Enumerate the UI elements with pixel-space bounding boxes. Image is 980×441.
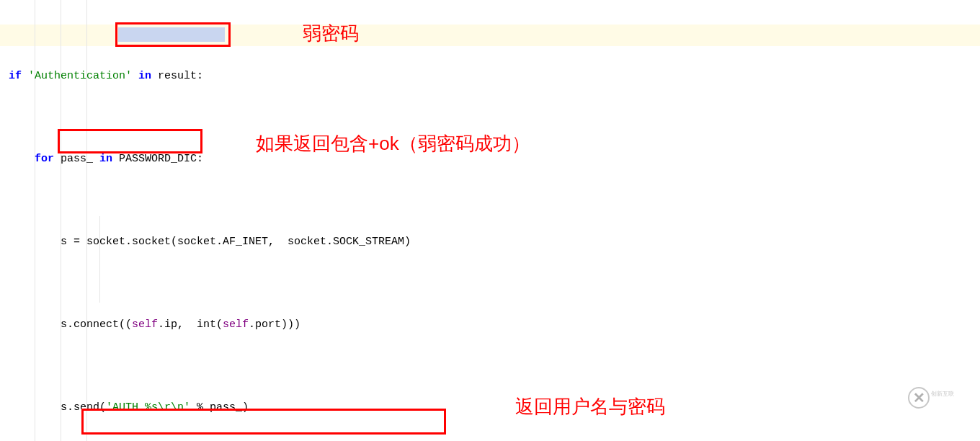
annotation-return-userpass: 返回用户名与密码 [515, 389, 665, 424]
annotation-weak-password: 弱密码 [303, 16, 359, 51]
watermark-logo: ✕ 创新互联 [908, 387, 969, 412]
code-block: if 'Authentication' in result: for pass_… [0, 0, 980, 441]
code-line-5: s.send('AUTH %s\r\n' % pass_) [0, 397, 980, 419]
annotation-ok-success: 如果返回包含+ok（弱密码成功） [256, 126, 530, 161]
code-line-4: s.connect((self.ip, int(self.port))) [0, 314, 980, 336]
code-line-1: if 'Authentication' in result: [0, 66, 980, 87]
code-line-3: s = socket.socket(socket.AF_INET, socket… [0, 231, 980, 253]
